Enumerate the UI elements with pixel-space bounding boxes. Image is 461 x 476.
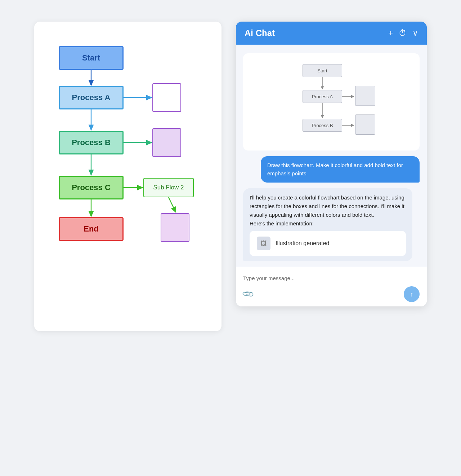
- history-icon[interactable]: ⏱: [399, 28, 407, 38]
- chat-footer-row: 📎 ↑: [243, 283, 420, 304]
- pv-side-b-box: [355, 114, 375, 135]
- fc-process-a-label: Process A: [72, 93, 111, 102]
- pv-start-label: Start: [317, 68, 327, 73]
- svg-line-7: [169, 197, 175, 211]
- pv-process-b-box: Process B: [303, 119, 342, 132]
- fc-process-c-label: Process C: [72, 183, 111, 192]
- fc-start-label: Start: [82, 53, 100, 63]
- pv-process-a-box: Process A: [303, 90, 342, 103]
- pv-process-a-label: Process A: [312, 94, 333, 99]
- pv-side-a-box: [355, 86, 375, 106]
- send-icon: ↑: [410, 291, 413, 298]
- chevron-down-icon[interactable]: ∨: [412, 28, 418, 38]
- fc-side-c-box: [161, 213, 189, 242]
- fc-process-b-label: Process B: [72, 138, 111, 147]
- chat-title: Ai Chat: [245, 28, 382, 38]
- chat-body: Start Process A Process B Draw this flow…: [236, 45, 427, 267]
- fc-end-box: End: [59, 217, 124, 241]
- pv-start-box: Start: [303, 64, 342, 77]
- fc-start-box: Start: [59, 46, 124, 70]
- fc-end-label: End: [84, 224, 99, 234]
- illustration-label: Illustration generated: [276, 239, 329, 248]
- fc-subflow2-box: Sub Flow 2: [143, 178, 194, 197]
- fc-subflow2-label: Sub Flow 2: [153, 184, 184, 191]
- add-icon[interactable]: +: [388, 28, 393, 38]
- bot-message-text: I'll help you create a colorful flowchar…: [250, 194, 404, 226]
- fc-process-c-box: Process C: [59, 176, 124, 199]
- flowchart-preview-card: Start Process A Process B: [243, 53, 420, 151]
- illustration-card: 🖼 Illustration generated: [250, 231, 406, 256]
- fc-side-b-box: [152, 128, 181, 157]
- chat-input[interactable]: [243, 273, 420, 283]
- user-message: Draw this flowchart. Make it colorful an…: [261, 156, 420, 183]
- preview-diagram: Start Process A Process B: [281, 60, 382, 143]
- illustration-icon: 🖼: [257, 237, 270, 250]
- chat-panel: Ai Chat + ⏱ ∨: [236, 22, 427, 306]
- flowchart-panel: Start Process A Process B Process C End …: [34, 22, 221, 331]
- attach-icon[interactable]: 📎: [241, 287, 255, 301]
- flowchart-diagram: Start Process A Process B Process C End …: [52, 39, 203, 291]
- fc-process-a-box: Process A: [59, 86, 124, 109]
- fc-process-b-box: Process B: [59, 131, 124, 154]
- pv-process-b-label: Process B: [312, 123, 333, 128]
- chat-header: Ai Chat + ⏱ ∨: [236, 22, 427, 45]
- chat-input-area: 📎 ↑: [236, 267, 427, 306]
- send-button[interactable]: ↑: [404, 286, 420, 302]
- fc-side-a-box: [152, 83, 181, 112]
- bot-message: I'll help you create a colorful flowchar…: [243, 188, 412, 261]
- flowchart-arrows: [52, 39, 203, 291]
- chat-input-row: [243, 273, 420, 283]
